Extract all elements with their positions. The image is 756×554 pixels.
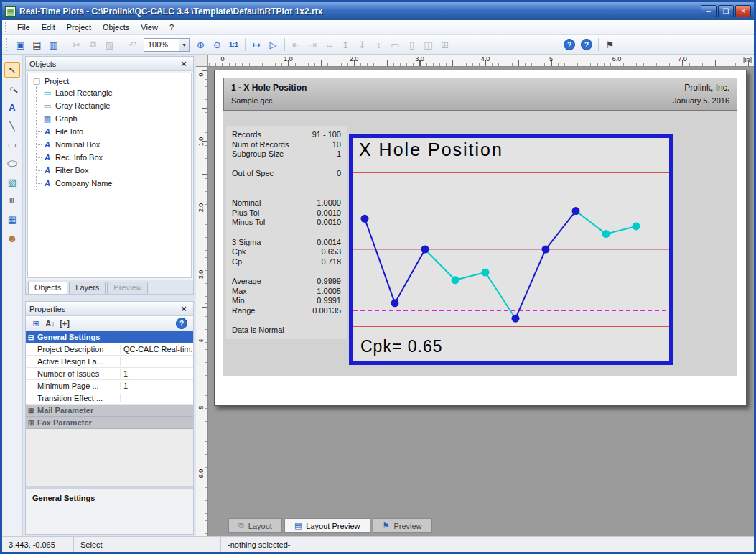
property-row[interactable]: Minimum Page ... 1 [26,380,193,392]
view-tab[interactable]: ⚑ Preview [373,518,432,533]
view-tab[interactable]: ▤ Layout Preview [284,518,370,533]
center-on-page-icon[interactable]: ⊞ [437,37,453,52]
toolbar-gap[interactable] [453,37,561,52]
property-help-icon[interactable]: ? [176,318,187,329]
cut-icon[interactable]: ✂ [68,37,85,52]
property-value[interactable]: QC-CALC Real-tim... [121,345,193,354]
image-tool[interactable]: ▧ [4,174,20,190]
tree-item[interactable]: ▭ Gray Rectangle [37,99,190,112]
toolbar-separator[interactable] [281,37,288,52]
report-page[interactable]: 1 - X Hole Position Sample.qcc Prolink, … [214,70,747,406]
paste-icon[interactable]: ▨ [101,37,118,52]
align-middle-icon[interactable]: ↕ [370,37,387,52]
make-same-height-icon[interactable]: ▯ [403,37,420,52]
menu-item[interactable]: File [11,22,36,33]
text-tool[interactable]: A [4,99,20,115]
categorized-icon[interactable]: ⊞ [29,318,43,330]
toolbar-separator[interactable] [118,37,124,52]
zoom-combobox[interactable]: 100% ▾ [144,38,190,52]
whats-this-icon[interactable]: ? [581,39,592,50]
tree-item-icon: ▭ [42,88,52,98]
undo-icon[interactable]: ↶ [124,37,141,52]
zoom-dropdown-arrow-icon[interactable]: ▾ [179,39,189,51]
zoom-in-icon[interactable]: ⊕ [192,37,209,52]
stat-row: Num of Records 10 [232,140,341,150]
objects-panel-header: Objects × [26,57,193,71]
tree-item[interactable]: A Nominal Box [37,138,190,151]
tree-root-project[interactable]: ▢ Project [29,75,190,86]
save-icon[interactable]: ▣ [12,37,29,52]
property-row[interactable]: ⊞ Mail Parameter [26,405,193,417]
barcode-tool[interactable]: ≡ [4,193,20,208]
contact-tool[interactable]: ☻ [4,230,20,246]
view-tab[interactable]: ⧉ Layout [228,518,282,533]
view-tab-icon: ▤ [294,521,302,530]
objects-panel-tab[interactable]: Objects [28,282,67,294]
category-expander-icon[interactable]: ⊞ [26,407,36,415]
pin-icon[interactable]: ⚑ [602,37,618,52]
toolbar-separator[interactable] [595,37,602,52]
property-row[interactable]: Number of Issues 1 [26,368,193,380]
goto-record-icon[interactable]: ↦ [248,37,265,52]
page-preview-icon[interactable]: ▷ [265,37,281,52]
property-row[interactable]: ⊞ Fax Parameter [26,417,193,429]
minimize-button[interactable]: – [701,5,717,17]
close-button[interactable]: × [735,5,751,17]
tree-item[interactable]: A Rec. Info Box [37,151,190,164]
plot-tool[interactable]: ▦ [4,211,20,227]
category-expander-icon[interactable]: ⊟ [26,333,36,341]
actual-size-icon[interactable]: 1:1 [225,37,242,52]
make-same-size-icon[interactable]: ◫ [420,37,437,52]
close-icon[interactable]: × [178,303,190,314]
toolbar-separator[interactable] [242,37,248,52]
zoom-out-icon[interactable]: ⊖ [209,37,225,52]
print-preview-icon[interactable]: ▥ [45,37,62,52]
toolbar-separator[interactable] [62,37,68,52]
property-row[interactable]: Project Description QC-CALC Real-tim... [26,343,193,356]
align-top-icon[interactable]: ↥ [337,37,354,52]
objects-panel-tab[interactable]: Preview [107,282,148,294]
property-row[interactable]: ⊟ General Settings [26,331,193,343]
maximize-button[interactable]: ❏ [718,5,734,17]
menu-item[interactable]: Edit [36,22,61,33]
menu-item[interactable]: Objects [97,22,135,33]
help-icon[interactable]: ? [564,39,575,50]
tree-item[interactable]: ▭ Label Rectangle [37,86,190,99]
statistics-box-object[interactable]: Records 91 - 100 Num of Records 10 [226,126,347,339]
property-value[interactable]: 1 [121,382,193,390]
tree-item[interactable]: A Company Name [37,177,190,190]
objects-panel-tab[interactable]: Layers [69,282,106,294]
make-same-width-icon[interactable]: ▭ [387,37,403,52]
property-row[interactable]: Transition Effect ... [26,392,193,405]
plot-object[interactable]: X Hole Position Cpk= 0.65 [349,134,673,365]
select-tool[interactable]: ↖ [4,62,20,78]
menu-item[interactable]: ? [164,22,179,33]
report-header-object[interactable]: 1 - X Hole Position Sample.qcc Prolink, … [223,78,737,111]
tree-item[interactable]: A Filter Box [37,164,190,177]
align-bottom-icon[interactable]: ↧ [354,37,370,52]
property-value[interactable]: 1 [121,369,193,378]
tree-item[interactable]: A File Info [37,125,190,138]
ruler-label: 2.0 [350,55,359,63]
layout-canvas[interactable]: 1 - X Hole Position Sample.qcc Prolink, … [208,67,754,536]
align-left-icon[interactable]: ⇤ [288,37,304,52]
plot-area[interactable] [353,138,669,361]
menu-item[interactable]: Project [61,22,97,33]
property-row[interactable]: Active Design La... [26,356,193,368]
status-bar: 3.443, -0.065 Select -nothing selected- [2,536,754,552]
category-expander-icon[interactable]: ⊞ [26,419,36,427]
print-icon[interactable]: ▤ [29,37,45,52]
alphabetical-icon[interactable]: A↓ [43,318,57,330]
tree-item[interactable]: ▦ Graph [37,112,190,125]
property-description: General Settings [26,486,193,534]
copy-icon[interactable]: ⧉ [85,37,101,52]
menu-item[interactable]: View [135,22,164,33]
expand-all-icon[interactable]: [+] [57,318,72,330]
align-center-icon[interactable]: ↔ [321,37,337,52]
align-right-icon[interactable]: ⇥ [304,37,321,52]
zoom-tool[interactable]: ○ [4,80,20,96]
rectangle-tool[interactable]: ▭ [4,137,20,152]
ellipse-tool[interactable]: ◯ [4,158,20,168]
line-tool[interactable]: ╲ [4,118,20,134]
close-icon[interactable]: × [178,58,190,69]
